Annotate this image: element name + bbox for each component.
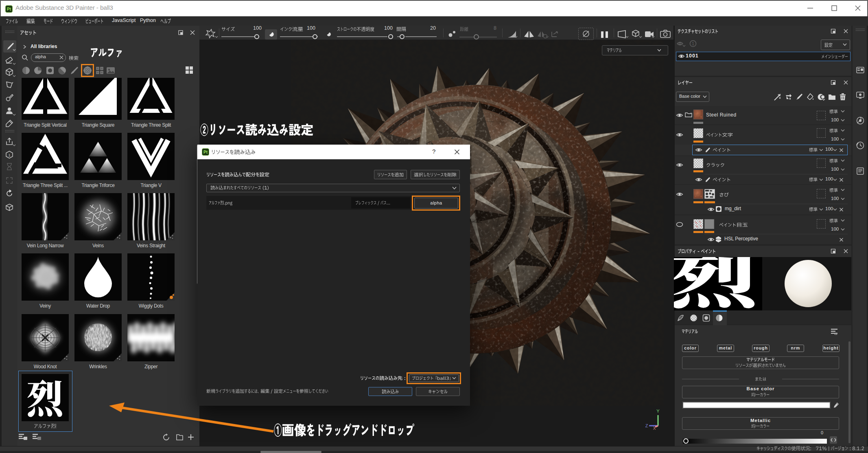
svg-text:X: X — [653, 426, 656, 431]
svg-text:Pt: Pt — [7, 7, 11, 11]
svg-text:Z: Z — [645, 423, 648, 428]
svg-text:1: 1 — [8, 153, 10, 157]
svg-text:Y: Y — [656, 409, 660, 413]
svg-text:Pt: Pt — [203, 150, 208, 154]
svg-text:1: 1 — [692, 42, 694, 46]
